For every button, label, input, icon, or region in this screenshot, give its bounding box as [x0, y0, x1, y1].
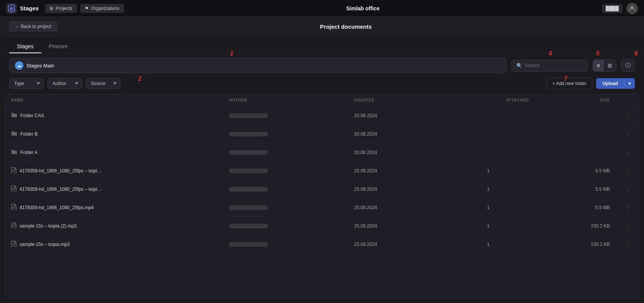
tabs-area: Stages Procore	[0, 36, 644, 53]
attached-cell-1	[442, 125, 535, 143]
table-row: Folder B 20.08.2024 - ⋮	[5, 125, 639, 143]
created-cell-4: 25.09.2024	[348, 180, 442, 198]
table-row: sample-15s – kopia (2).mp3 25.09.2024 1 …	[5, 217, 639, 235]
cloud-icon: ☁	[15, 61, 23, 70]
avatar[interactable]	[626, 3, 638, 14]
author-cell-7	[223, 235, 348, 254]
file-name-cell-3: 4178359-hd_1906_1080_25fps – kopi…	[5, 162, 223, 180]
more-options-button-5[interactable]: ⋮	[622, 203, 633, 212]
author-cell-4	[223, 180, 348, 198]
row-actions-7: ⋮	[616, 235, 639, 254]
row-actions-6: ⋮	[616, 217, 639, 235]
view-toggle-group: ≡ ⊞	[593, 59, 616, 72]
projects-icon: ⊞	[49, 6, 53, 11]
more-options-button-2[interactable]: ⋮	[622, 148, 633, 157]
add-new-folder-button[interactable]: + Add new folder	[547, 78, 593, 89]
more-options-button-6[interactable]: ⋮	[622, 221, 633, 230]
more-options-button-7[interactable]: ⋮	[622, 240, 633, 249]
author-blurred	[229, 242, 268, 247]
stages-logo-icon	[6, 3, 17, 14]
more-options-button-0[interactable]: ⋮	[622, 111, 633, 120]
more-options-button-1[interactable]: ⋮	[622, 129, 633, 138]
organizations-nav-btn[interactable]: ⚑ Organizations	[80, 4, 124, 13]
file-icon	[11, 204, 16, 211]
row-actions-1: ⋮	[616, 125, 639, 143]
author-cell-1	[223, 125, 348, 143]
table-row: 4178359-hd_1906_1080_25fps – kopi… 25.09…	[5, 162, 639, 180]
size-cell-2: -	[535, 143, 616, 162]
info-icon: ⓘ	[625, 62, 631, 68]
sub-header: ← Back to project Project documents	[0, 17, 644, 36]
file-name: sample-15s – kopia.mp3	[20, 242, 70, 247]
table-row: Folder A 20.08.2024 - ⋮	[5, 143, 639, 162]
size-cell-7: 230.2 KB	[535, 235, 616, 254]
more-options-button-3[interactable]: ⋮	[622, 166, 633, 175]
table-row: Folder CAS 20.08.2024 - ⋮	[5, 106, 639, 125]
app-name: Stages	[20, 5, 39, 11]
file-name: 4178359-hd_1906_1080_25fps – kopi…	[20, 168, 102, 174]
attached-cell-4: 1	[442, 180, 535, 198]
annotation-7: 7	[564, 75, 567, 82]
upload-dropdown-button[interactable]: ▼	[624, 78, 635, 89]
tab-stages[interactable]: Stages	[9, 40, 41, 53]
row-actions-2: ⋮	[616, 143, 639, 162]
created-cell-2: 20.08.2024	[348, 143, 442, 162]
search-icon: 🔍	[516, 63, 522, 69]
size-cell-4: 5.5 MB	[535, 180, 616, 198]
size-cell-5: 5.5 MB	[535, 198, 616, 217]
size-cell-6: 230.2 KB	[535, 217, 616, 235]
breadcrumb-text: Stages Main	[26, 63, 54, 69]
author-cell-0	[223, 106, 348, 125]
attached-cell-6: 1	[442, 217, 535, 235]
file-name-cell-6: sample-15s – kopia (2).mp3	[5, 217, 223, 235]
documents-table: NAME AUTHOR CREATED ATTACHED SIZE Folder…	[5, 94, 639, 253]
table-header-row: NAME AUTHOR CREATED ATTACHED SIZE	[5, 94, 639, 106]
tab-procore[interactable]: Procore	[41, 40, 76, 53]
more-options-button-4[interactable]: ⋮	[622, 185, 633, 193]
file-name: 4178359-hd_1906_1080_25fps.mp4	[20, 205, 94, 210]
back-to-project-button[interactable]: ← Back to project	[9, 21, 57, 31]
info-button[interactable]: ⓘ	[621, 59, 635, 72]
col-name: NAME	[5, 94, 223, 106]
file-name: Folder B	[20, 131, 38, 137]
documents-table-container: 3 NAME AUTHOR CREATED ATTACHED SIZE Fold…	[5, 94, 639, 298]
author-filter[interactable]: Author	[48, 78, 82, 89]
page-title: Project documents	[57, 23, 635, 30]
row-actions-5: ⋮	[616, 198, 639, 217]
page-header-title: Simlab office	[127, 5, 599, 11]
search-box: 🔍	[511, 60, 588, 72]
file-name-cell-0: Folder CAS	[5, 106, 223, 125]
created-cell-7: 25.09.2024	[348, 235, 442, 254]
toolbar-row: 1 ☁ Stages Main 4 🔍 5 ≡ ⊞ 6 ⓘ	[0, 53, 644, 78]
annotation-3: 3	[319, 94, 323, 95]
list-view-button[interactable]: ≡	[593, 60, 604, 71]
created-cell-0: 20.08.2024	[348, 106, 442, 125]
flag-icon: ⚑	[85, 6, 89, 11]
author-cell-6	[223, 217, 348, 235]
attached-cell-0	[442, 106, 535, 125]
attached-cell-3: 1	[442, 162, 535, 180]
table-row: 4178359-hd_1906_1080_25fps – kopi… 25.09…	[5, 180, 639, 198]
type-filter[interactable]: Type	[9, 78, 44, 89]
upload-btn-group: Upload ▼	[596, 78, 635, 89]
size-cell-1: -	[535, 125, 616, 143]
grid-view-button[interactable]: ⊞	[604, 60, 616, 71]
file-name-cell-4: 4178359-hd_1906_1080_25fps – kopi…	[5, 180, 223, 198]
user-name-button[interactable]: ████	[602, 4, 623, 13]
search-input[interactable]	[525, 63, 578, 68]
created-cell-6: 25.09.2024	[348, 217, 442, 235]
upload-button[interactable]: Upload	[596, 78, 624, 89]
created-cell-1: 20.08.2024	[348, 125, 442, 143]
author-blurred	[229, 169, 268, 173]
col-size: SIZE	[535, 94, 616, 106]
projects-nav-btn[interactable]: ⊞ Projects	[45, 4, 77, 13]
table-row: 4178359-hd_1906_1080_25fps.mp4 25.09.202…	[5, 198, 639, 217]
source-filter[interactable]: Source	[86, 78, 120, 89]
file-icon	[11, 185, 16, 193]
grid-view-icon: ⊞	[608, 62, 612, 69]
file-name-cell-1: Folder B	[5, 125, 223, 143]
folder-icon	[11, 149, 17, 156]
file-icon	[11, 167, 16, 174]
row-actions-4: ⋮	[616, 180, 639, 198]
size-cell-3: 5.5 MB	[535, 162, 616, 180]
